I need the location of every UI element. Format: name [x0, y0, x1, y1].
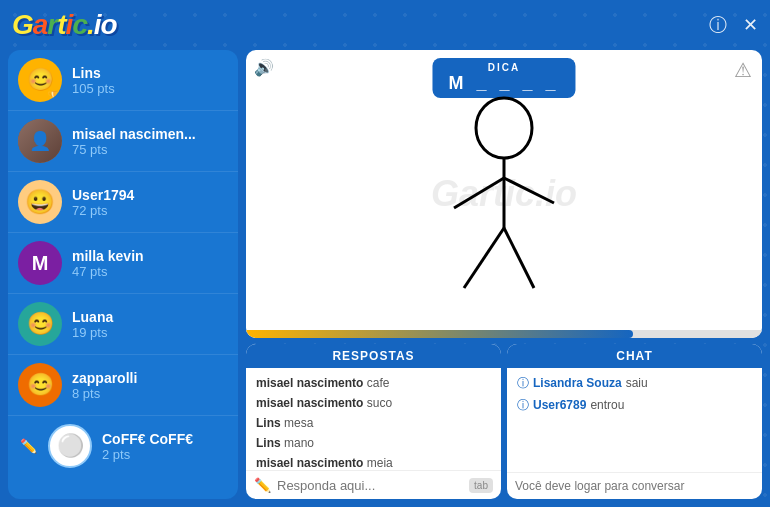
tab-badge: tab: [469, 478, 493, 493]
main-layout: 😊 🏆 Lins 105 pts 👤 misael nascimen..: [0, 50, 770, 507]
drawing-area: 🔊 DICA M _ _ _ _ ⚠ Gartic.io: [246, 50, 762, 338]
player-name: User1794: [72, 187, 228, 203]
player-name: CoFF€ CoFF€: [102, 431, 228, 447]
header: Gartic.io ⓘ ✕: [0, 0, 770, 50]
player-pts: 47 pts: [72, 264, 228, 279]
bottom-panels: RESPOSTAS misael nascimento cafe misael …: [246, 344, 762, 499]
pencil-input-icon: ✏️: [254, 477, 271, 493]
list-item: ⓘ User6789 entrou: [517, 396, 752, 414]
progress-bar-fill: [246, 330, 633, 338]
svg-line-2: [454, 178, 504, 208]
player-info: misael nascimen... 75 pts: [72, 126, 228, 157]
list-item: misael nascimento suco: [256, 394, 491, 412]
list-item: 😊 🏆 Lins 105 pts: [8, 50, 238, 111]
list-item: Lins mano: [256, 434, 491, 452]
player-list: 😊 🏆 Lins 105 pts 👤 misael nascimen..: [8, 50, 238, 499]
response-text: suco: [367, 396, 392, 410]
info-icon[interactable]: ⓘ: [709, 13, 727, 37]
player-name: Luana: [72, 309, 228, 325]
info-circle-icon: ⓘ: [517, 374, 529, 392]
list-item: 👤 misael nascimen... 75 pts: [8, 111, 238, 172]
response-user: misael nascimento: [256, 456, 367, 470]
list-item: ✏️ ⚪ CoFF€ CoFF€ 2 pts: [8, 416, 238, 476]
avatar: 👤: [18, 119, 62, 163]
responses-header: RESPOSTAS: [246, 344, 501, 368]
avatar: 😊: [18, 302, 62, 346]
player-info: CoFF€ CoFF€ 2 pts: [102, 431, 228, 462]
player-pts: 105 pts: [72, 81, 228, 96]
response-user: misael nascimento: [256, 376, 367, 390]
list-item: 😊 Luana 19 pts: [8, 294, 238, 355]
response-user: Lins: [256, 436, 284, 450]
pencil-icon: ✏️: [18, 436, 38, 456]
response-text: mano: [284, 436, 314, 450]
chat-list: ⓘ Lisandra Souza saiu ⓘ User6789 entrou: [507, 368, 762, 472]
player-pts: 8 pts: [72, 386, 228, 401]
player-info: Luana 19 pts: [72, 309, 228, 340]
chat-input[interactable]: [515, 479, 754, 493]
responses-list: misael nascimento cafe misael nascimento…: [246, 368, 501, 470]
player-pts: 75 pts: [72, 142, 228, 157]
response-text: mesa: [284, 416, 313, 430]
player-name: misael nascimen...: [72, 126, 228, 142]
list-item: 😀 User1794 72 pts: [8, 172, 238, 233]
stick-figure: [424, 88, 584, 318]
chat-action: saiu: [626, 374, 648, 392]
right-panel: 🔊 DICA M _ _ _ _ ⚠ Gartic.io: [246, 50, 762, 499]
player-info: milla kevin 47 pts: [72, 248, 228, 279]
player-pts: 72 pts: [72, 203, 228, 218]
player-info: User1794 72 pts: [72, 187, 228, 218]
info-circle-icon: ⓘ: [517, 396, 529, 414]
list-item: ⓘ Lisandra Souza saiu: [517, 374, 752, 392]
chat-user: User6789: [533, 396, 586, 414]
player-name: zapparolli: [72, 370, 228, 386]
player-name: Lins: [72, 65, 228, 81]
chat-header: CHAT: [507, 344, 762, 368]
responses-panel: RESPOSTAS misael nascimento cafe misael …: [246, 344, 501, 499]
progress-bar-container: [246, 330, 762, 338]
response-user: Lins: [256, 416, 284, 430]
chat-user: Lisandra Souza: [533, 374, 622, 392]
drawing-toolbar: 🔊: [254, 58, 274, 77]
svg-line-3: [504, 178, 554, 203]
avatar: 😀: [18, 180, 62, 224]
list-item: misael nascimento cafe: [256, 374, 491, 392]
player-pts: 2 pts: [102, 447, 228, 462]
response-input-area: ✏️ tab: [246, 470, 501, 499]
close-icon[interactable]: ✕: [743, 14, 758, 36]
avatar: 😊 🏆: [18, 58, 62, 102]
svg-line-5: [504, 228, 534, 288]
list-item: misael nascimento meia: [256, 454, 491, 470]
avatar: 😊: [18, 363, 62, 407]
player-name: milla kevin: [72, 248, 228, 264]
avatar: ⚪: [48, 424, 92, 468]
response-user: misael nascimento: [256, 396, 367, 410]
response-text: meia: [367, 456, 393, 470]
hint-label: DICA: [448, 62, 559, 73]
svg-point-0: [476, 98, 532, 158]
list-item: Lins mesa: [256, 414, 491, 432]
list-item: M milla kevin 47 pts: [8, 233, 238, 294]
response-text: cafe: [367, 376, 390, 390]
chat-action: entrou: [590, 396, 624, 414]
header-controls: ⓘ ✕: [709, 13, 758, 37]
player-pts: 19 pts: [72, 325, 228, 340]
player-info: zapparolli 8 pts: [72, 370, 228, 401]
avatar: M: [18, 241, 62, 285]
svg-line-4: [464, 228, 504, 288]
warning-icon[interactable]: ⚠: [734, 58, 752, 82]
chat-input-area: [507, 472, 762, 499]
speaker-icon[interactable]: 🔊: [254, 58, 274, 77]
chat-panel: CHAT ⓘ Lisandra Souza saiu ⓘ User6789 en…: [507, 344, 762, 499]
sidebar: 😊 🏆 Lins 105 pts 👤 misael nascimen..: [8, 50, 238, 499]
list-item: 😊 zapparolli 8 pts: [8, 355, 238, 416]
player-info: Lins 105 pts: [72, 65, 228, 96]
response-input[interactable]: [277, 478, 463, 493]
logo: Gartic.io: [12, 9, 117, 41]
